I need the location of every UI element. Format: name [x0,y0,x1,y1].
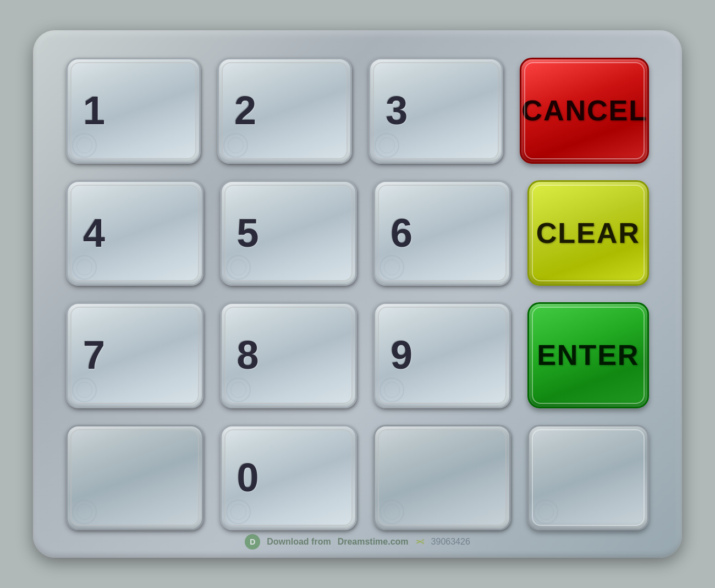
scissors-icon: ✂ [415,535,425,548]
key-8-label: 8 [237,332,259,378]
download-text: Download from [267,537,331,547]
cancel-label: CANCEL [521,94,647,127]
key-blank-left-button[interactable] [66,425,204,531]
key-4-button[interactable]: 4 [66,180,204,286]
enter-button[interactable]: ENTER [527,302,650,408]
keypad-row-3: 7 8 9 ENTER [66,302,649,408]
watermark-decoration [226,255,251,280]
watermark-decoration [534,500,558,524]
key-0-button[interactable]: 0 [220,425,358,531]
key-6-label: 6 [391,210,413,256]
key-2-button[interactable]: 2 [217,58,352,164]
key-0-label: 0 [237,455,259,500]
dreamstime-logo: D [245,534,260,550]
cancel-button[interactable]: CANCEL [520,58,649,164]
watermark-decoration [72,255,97,280]
watermark-decoration [226,500,251,524]
watermark-decoration [72,133,97,158]
clear-button[interactable]: CLEAR [527,180,650,286]
watermark-decoration [380,500,404,524]
action-blank-button[interactable] [527,425,650,531]
key-5-label: 5 [237,210,259,256]
key-7-button[interactable]: 7 [66,302,204,408]
keypad-row-1: 1 2 3 CANCEL [66,58,649,164]
image-id: 39063426 [431,537,470,547]
key-3-label: 3 [386,88,408,133]
key-2-label: 2 [234,88,256,133]
key-9-label: 9 [391,332,413,378]
key-9-button[interactable]: 9 [373,302,511,408]
key-blank-right-button[interactable] [373,425,511,531]
watermark-decoration [380,255,404,280]
site-text: Dreamstime.com [338,537,409,547]
watermark-bar: D Download from Dreamstime.com ✂ 3906342… [33,534,682,550]
watermark-decoration [380,378,404,402]
watermark-decoration [72,378,97,402]
key-5-button[interactable]: 5 [220,180,358,286]
watermark-decoration [72,500,97,524]
key-1-label: 1 [83,88,105,133]
watermark-decoration [226,378,251,402]
keypad-row-2: 4 5 6 CLEAR [66,180,649,286]
enter-label: ENTER [537,339,639,371]
watermark-decoration [223,133,248,158]
key-4-label: 4 [83,210,105,256]
key-1-button[interactable]: 1 [66,58,201,164]
key-3-button[interactable]: 3 [369,58,503,164]
key-8-button[interactable]: 8 [220,302,358,408]
keypad-row-4: 0 [66,425,649,531]
key-7-label: 7 [83,332,105,378]
key-6-button[interactable]: 6 [373,180,511,286]
clear-label: CLEAR [536,217,640,249]
keypad-panel: 1 2 3 CANCEL 4 5 6 CLEAR [33,30,682,558]
watermark-decoration [375,133,399,158]
